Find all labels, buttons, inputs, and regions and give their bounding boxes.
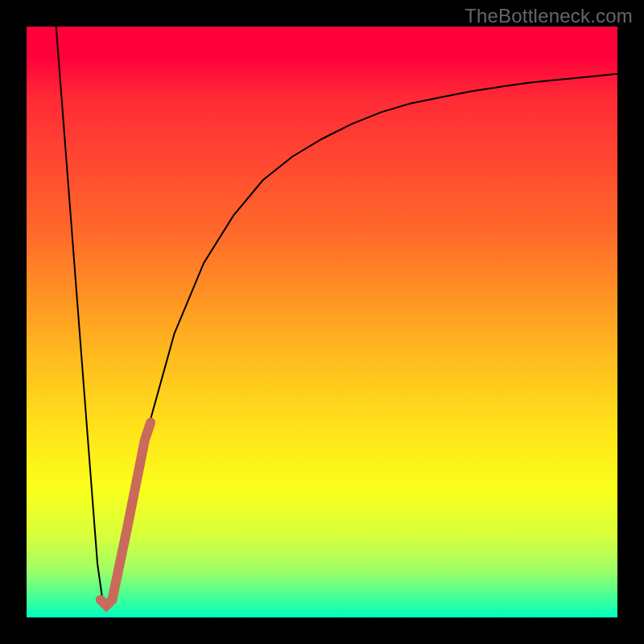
chart-overlay — [27, 27, 617, 617]
watermark-label: TheBottleneck.com — [464, 5, 633, 27]
bottleneck-curve — [56, 27, 617, 605]
highlight-segment — [101, 423, 151, 606]
